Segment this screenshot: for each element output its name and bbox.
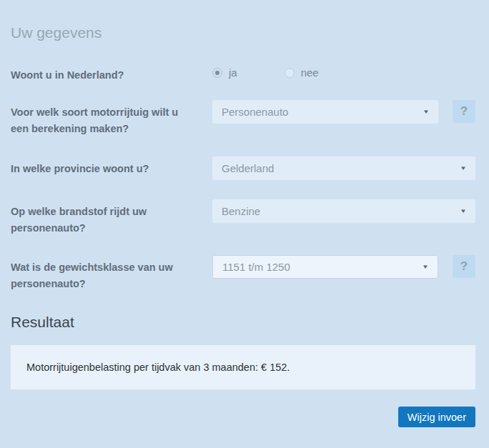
footer-actions: Wijzig invoer — [11, 407, 475, 427]
radio-group-nederland: ja nee — [212, 63, 475, 79]
question-label: In welke provincie woont u? — [11, 156, 212, 177]
chevron-down-icon: ▼ — [460, 208, 467, 214]
select-brandstof[interactable]: Benzine ▼ — [212, 199, 475, 223]
radio-label-ja: ja — [229, 66, 237, 79]
help-button-motorrijtuig[interactable]: ? — [453, 100, 475, 123]
chevron-down-icon: ▼ — [422, 264, 429, 270]
help-button-gewichtsklasse[interactable]: ? — [453, 255, 475, 278]
radio-icon-nee[interactable] — [285, 68, 295, 78]
section-title-gegevens: Uw gegevens — [11, 24, 475, 41]
result-box: Motorrijtuigenbelasting per tijdvak van … — [11, 345, 475, 389]
result-text: Motorrijtuigenbelasting per tijdvak van … — [26, 361, 460, 374]
select-value: Personenauto — [222, 106, 288, 118]
question-label: Op welke brandstof rijdt uw personenauto… — [11, 199, 212, 237]
section-title-resultaat: Resultaat — [11, 313, 475, 331]
radio-option-ja[interactable]: ja — [212, 66, 237, 79]
select-value: Gelderland — [222, 162, 274, 174]
question-row-woont-in-nederland: Woont u in Nederland? ja nee — [11, 63, 475, 86]
chevron-down-icon: ▼ — [460, 165, 467, 171]
radio-icon-ja[interactable] — [212, 68, 222, 78]
question-label: Wat is de gewichtsklasse van uw personen… — [11, 255, 212, 292]
question-label: Woont u in Nederland? — [11, 63, 212, 84]
select-provincie[interactable]: Gelderland ▼ — [212, 156, 475, 180]
select-gewichtsklasse[interactable]: 1151 t/m 1250 ▼ — [212, 255, 438, 279]
chevron-down-icon: ▼ — [423, 109, 430, 115]
select-value: 1151 t/m 1250 — [222, 261, 290, 273]
question-row-brandstof: Op welke brandstof rijdt uw personenauto… — [11, 199, 475, 237]
wijzig-invoer-button[interactable]: Wijzig invoer — [398, 407, 475, 427]
question-row-soort-motorrijtuig: Voor welk soort motorrijtuig wilt u een … — [11, 100, 475, 137]
question-label: Voor welk soort motorrijtuig wilt u een … — [11, 100, 212, 137]
select-value: Benzine — [222, 205, 260, 217]
question-row-provincie: In welke provincie woont u? Gelderland ▼ — [11, 156, 475, 180]
select-soort-motorrijtuig[interactable]: Personenauto ▼ — [212, 100, 438, 124]
radio-label-nee: nee — [301, 66, 319, 79]
tax-calculator-panel: Uw gegevens Woont u in Nederland? ja nee… — [0, 0, 489, 427]
question-row-gewichtsklasse: Wat is de gewichtsklasse van uw personen… — [11, 255, 475, 292]
radio-option-nee[interactable]: nee — [285, 66, 319, 79]
